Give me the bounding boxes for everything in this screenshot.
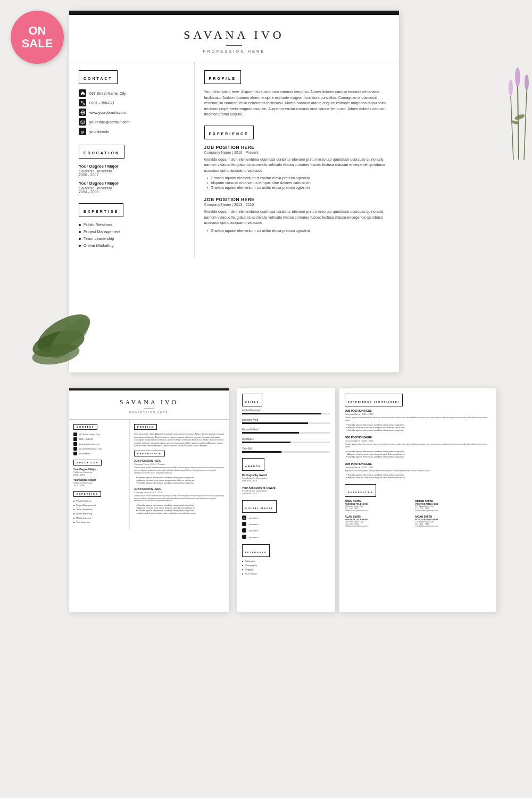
resume-page-2: SAVANA IVO PROFESSION HERE CONTACT 037 S… <box>69 388 229 612</box>
award-2: Your Achievement / Award Foundation or O… <box>242 486 330 495</box>
skills-section: SKILLS Adobe Photoshop Microsoft Word <box>242 394 330 453</box>
left-column: CONTACT 037 Street Name, City <box>69 62 195 258</box>
svg-line-6 <box>524 90 527 160</box>
references-section: REFERENCES JOHN SMITH POSITION TITLE HER… <box>345 484 491 527</box>
ref-1: JOHN SMITH POSITION TITLE HERE 121 Stree… <box>345 500 412 512</box>
experience-section: EXPERIENCE JOB POSITION HERE Company Nam… <box>204 126 389 232</box>
exp-continued-section: EXPERIENCE (CONTINUED) JOB POSITION HERE… <box>345 394 491 479</box>
svg-point-8 <box>515 68 520 87</box>
social-instagram: username <box>242 528 330 533</box>
ref-3: ALAN SMITH POSITION TITLE HERE 125 Stree… <box>345 515 412 527</box>
svg-text:in: in <box>243 517 245 519</box>
contact-website: www.yourdomain.com <box>79 109 186 116</box>
page-top-bar <box>69 11 399 15</box>
bullet <box>79 245 81 247</box>
social-twitter: username <box>242 522 330 526</box>
small-email-icon <box>73 447 77 451</box>
exp-cont-1: JOB POSITION HERE Company Name | 2010 - … <box>345 409 491 431</box>
expertise-item: Online Marketing <box>79 243 186 248</box>
page-3-wrapper: SKILLS Adobe Photoshop Microsoft Word <box>237 388 496 612</box>
linkedin-social-icon: in <box>242 516 246 520</box>
on-sale-badge: ON SALE <box>11 11 64 64</box>
resume-profession: PROFESSION HERE <box>85 49 383 54</box>
expertise-section: EXPERTISE Public Relations Project Manag… <box>79 203 186 248</box>
resume-page-3-skills: SKILLS Adobe Photoshop Microsoft Word <box>237 388 335 612</box>
page-2-body: CONTACT 037 Street Name, City 0231 - 358… <box>69 420 229 529</box>
skill-excel: Microsoft Excel <box>242 428 330 434</box>
fern-decoration <box>32 290 96 378</box>
social-section: SOCIAL MEDIA in username username <box>242 500 330 539</box>
small-globe-icon <box>73 442 77 446</box>
globe-icon <box>79 109 86 116</box>
contact-phone: 0231 - 358-021 <box>79 99 186 106</box>
svg-point-10 <box>509 80 513 96</box>
ref-4: NOAH SMITH POSITION TITLE HERE 128 Stree… <box>415 515 483 527</box>
small-phone-icon <box>73 437 77 441</box>
page-2-left-col: CONTACT 037 Street Name, City 0231 - 358… <box>69 420 130 529</box>
page-body: CONTACT 037 Street Name, City <box>69 62 399 258</box>
page-header: SAVANA IVO PROFESSION HERE <box>69 15 399 62</box>
linkedin-icon: in <box>79 128 86 135</box>
profile-header: PROFILE <box>204 70 241 84</box>
small-exp-2: JOB POSITION HERE Company Name | 2013 - … <box>134 487 225 515</box>
resume-page-3-exp: EXPERIENCE (CONTINUED) JOB POSITION HERE… <box>339 388 496 612</box>
interests-section: INTERESTS Caligraphy Photography Bloggin… <box>242 544 330 575</box>
svg-point-9 <box>525 74 529 90</box>
experience-header: EXPERIENCE <box>204 126 254 139</box>
right-column: PROFILE Your description here. Aliquam c… <box>195 62 399 258</box>
award-1: Photography Award Foundation or Organiza… <box>242 473 330 482</box>
references-grid: JOHN SMITH POSITION TITLE HERE 121 Stree… <box>345 500 491 527</box>
exp-cont-2: JOB POSITION HERE Company Name | 2008 - … <box>345 436 491 458</box>
edu-entry-2: Your Degree / Major California Universit… <box>79 181 186 194</box>
small-contact: CONTACT 037 Street Name, City 0231 - 358… <box>73 424 125 455</box>
bullet <box>79 238 81 240</box>
resume-page-1: SAVANA IVO PROFESSION HERE CONTACT <box>69 11 399 372</box>
small-linkedin-icon <box>73 452 77 455</box>
svg-text:in: in <box>80 129 84 134</box>
small-exp-1: JOB POSITION HERE Company Name | 2016 - … <box>134 459 225 484</box>
lavender-decoration <box>497 43 532 162</box>
instagram-social-icon <box>242 528 246 533</box>
exp-entry-2: JOB POSITION HERE Company Name | 2013 - … <box>204 197 389 232</box>
skill-word: Microsoft Word <box>242 419 330 424</box>
small-education: EDUCATION Your Degree / Major California… <box>73 460 125 487</box>
small-home-icon <box>73 433 77 436</box>
skill-custom: Your Skill <box>242 447 330 453</box>
svg-line-7 <box>511 96 513 160</box>
page-2-right-col: PROFILE Your description here. Aliquam c… <box>130 420 229 529</box>
education-section: EDUCATION Your Degree / Major California… <box>79 145 186 194</box>
contact-section: CONTACT 037 Street Name, City <box>79 70 186 135</box>
phone-icon <box>79 99 86 106</box>
small-expertise: EXPERTISE Public Relations Project Manag… <box>73 491 125 523</box>
bullet <box>79 231 81 233</box>
name-divider <box>226 45 242 46</box>
contact-header: CONTACT <box>79 70 118 84</box>
contact-email: youremail@domain.com <box>79 118 186 126</box>
skill-adobe-photoshop: Adobe Photoshop <box>242 409 330 414</box>
facebook-social-icon <box>242 535 246 539</box>
contact-linkedin: in yourlinkedin <box>79 128 186 135</box>
home-icon <box>79 89 86 97</box>
bullet <box>79 224 81 226</box>
expertise-header: EXPERTISE <box>79 203 123 217</box>
small-profile: PROFILE Your description here. Aliquam c… <box>134 424 225 447</box>
expertise-item: Public Relations <box>79 222 186 227</box>
edu-entry-1: Your Degree / Major California Universit… <box>79 164 186 177</box>
resume-name: SAVANA IVO <box>85 28 383 42</box>
expertise-item: Project Management <box>79 229 186 234</box>
social-facebook: username <box>242 535 330 539</box>
svg-rect-3 <box>80 121 84 123</box>
email-icon <box>79 118 86 126</box>
ref-2: PETER SMITH POSITION TITLE HERE 122 Stre… <box>415 500 483 512</box>
education-header: EDUCATION <box>79 145 124 159</box>
awards-section: AWARDS Photography Award Foundation or O… <box>242 458 330 495</box>
social-linkedin: in username <box>242 516 330 520</box>
exp-entry-1: JOB POSITION HERE Company Name | 2016 - … <box>204 145 389 190</box>
exp-cont-3: JOB POSITION HERE Company Name | 2006 - … <box>345 462 491 479</box>
twitter-social-icon <box>242 522 246 526</box>
svg-point-11 <box>514 113 526 121</box>
page-2-header: SAVANA IVO PROFESSION HERE <box>69 390 229 420</box>
profile-section: PROFILE Your description here. Aliquam c… <box>204 70 389 118</box>
small-experience: EXPERIENCE JOB POSITION HERE Company Nam… <box>134 451 225 514</box>
contact-address: 037 Street Name, City <box>79 89 186 97</box>
